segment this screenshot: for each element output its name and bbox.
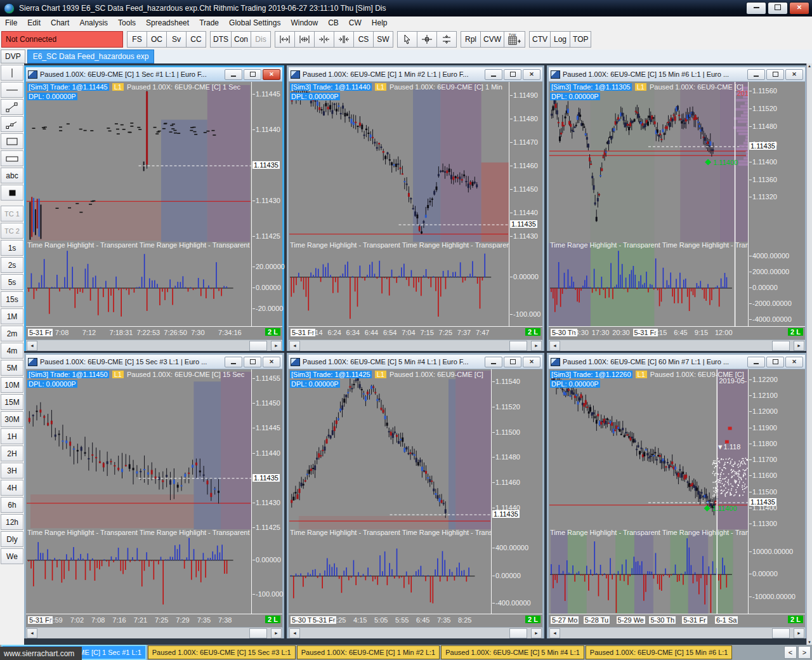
scroll-left-icon[interactable]: ◄	[289, 341, 300, 351]
horizontal-scrollbar[interactable]: ◄►	[26, 627, 282, 638]
minimize-button[interactable]	[747, 357, 765, 367]
close-button[interactable]: ✕	[523, 69, 540, 80]
crosshair-icon[interactable]	[417, 31, 437, 48]
maximize-button[interactable]	[504, 357, 521, 367]
app-maximize-button[interactable]	[768, 2, 788, 15]
chart-window-titlebar[interactable]: Paused 1.00X: 6EU9-CME [C] 1 Min #2 L:1 …	[289, 67, 542, 82]
toolbar-button-ctv[interactable]: CTV	[529, 31, 551, 48]
scroll-right-icon[interactable]: ►	[794, 341, 804, 351]
bar-squeeze-out-icon[interactable]	[334, 31, 354, 48]
timeframe-button-2m[interactable]: 2m	[1, 326, 23, 341]
price-scale[interactable]: 1.114901.114801.114701.114601.114501.114…	[509, 82, 542, 326]
chart-plot[interactable]: 2011.11400[Sim3] Trade: 1@1.11305L1Pause…	[549, 82, 748, 326]
taskbar-tab-4[interactable]: Paused 1.00X: 6EU9-CME [C] 5 Min #4 L:1	[441, 645, 584, 659]
timeframe-button-4m[interactable]: 4m	[1, 343, 23, 359]
menu-item-analysis[interactable]: Analysis	[74, 17, 113, 29]
menu-item-help[interactable]: Help	[367, 17, 393, 29]
vertical-line-tool[interactable]	[1, 65, 23, 81]
connection-status[interactable]: Not Connected	[1, 31, 123, 48]
menu-item-chart[interactable]: Chart	[46, 17, 74, 29]
timeframe-button-10m[interactable]: 10M	[1, 377, 23, 393]
dvp-button[interactable]: DVP	[1, 50, 25, 63]
menu-item-file[interactable]: File	[0, 17, 22, 29]
horizontal-line-tool[interactable]	[1, 82, 23, 98]
minimize-button[interactable]	[225, 69, 242, 80]
price-scale[interactable]: 1.114551.114501.114451.114401.114301.114…	[251, 369, 282, 614]
scroll-right-icon[interactable]: ►	[531, 341, 542, 351]
toolbar-button-cvw[interactable]: CVW	[480, 31, 504, 48]
menu-item-edit[interactable]: Edit	[22, 17, 46, 29]
text-tool[interactable]: abc	[1, 168, 23, 183]
ray-tool[interactable]	[1, 116, 23, 132]
minimize-button[interactable]	[225, 357, 242, 367]
toolbar-button-cc[interactable]: CC	[186, 31, 206, 48]
chart-window-titlebar[interactable]: Paused 1.00X: 6EU9-CME [C] 5 Min #4 L:1 …	[289, 355, 542, 369]
timeframe-button-15s[interactable]: 15s	[1, 291, 23, 307]
toolbar-button-rpl[interactable]: Rpl	[461, 31, 481, 48]
app-minimize-button[interactable]	[746, 2, 766, 15]
app-titlebar[interactable]: Sierra Chart 1939 E6_SC Data Feed_hazard…	[0, 0, 812, 16]
scroll-up-icon[interactable]: ▲	[808, 64, 811, 68]
timeframe-button-1m[interactable]: 1M	[1, 308, 23, 324]
scrollbar-thumb[interactable]	[249, 628, 267, 638]
chart-plot[interactable]: [Sim3] Trade: 1@1.11445L1Paused 1.00X: 6…	[26, 82, 251, 326]
block-tool[interactable]	[1, 185, 23, 201]
price-scale[interactable]: 1.114451.114401.114301.1142520.000000.00…	[251, 82, 282, 326]
time-axis[interactable]: 5-31 Fr7:087:127:18:317:22:537:26:507:30…	[26, 326, 282, 340]
taskbar-prev-button[interactable]: <	[784, 646, 797, 659]
toolbar-button-cs[interactable]: CS	[353, 31, 374, 48]
scroll-left-icon[interactable]: ◄	[27, 628, 37, 638]
bar-spacing-decrease-icon[interactable]	[294, 31, 315, 48]
timeframe-button-5m[interactable]: 5M	[1, 360, 23, 376]
price-scale[interactable]: 1.122001.121001.120001.119001.118001.117…	[748, 369, 805, 614]
timeframe-button-30m[interactable]: 30M	[1, 411, 23, 427]
toolbar-button-sv[interactable]: Sv	[166, 31, 187, 48]
toolbar-button-fs[interactable]: FS	[127, 31, 147, 48]
timeframe-button-1h[interactable]: 1H	[1, 428, 23, 444]
chart-window-titlebar[interactable]: Paused 1.00X: 6EU9-CME [C] 1 Sec #1 L:1 …	[26, 67, 282, 82]
scroll-right-icon[interactable]: ►	[531, 628, 542, 638]
time-axis[interactable]: 5-30 Th5-31 Fr3:254:155:055:556:457:358:…	[289, 614, 542, 627]
scroll-left-icon[interactable]: ◄	[549, 628, 560, 638]
close-button[interactable]: ✕	[785, 357, 803, 367]
toolbar-button-log[interactable]: Log	[550, 31, 570, 48]
minimize-button[interactable]	[485, 69, 502, 80]
time-axis[interactable]: 5-30 Th14:3017:3020:305-31 Fr4:156:459:1…	[549, 326, 805, 340]
timeframe-button-we[interactable]: We	[1, 548, 23, 564]
taskbar-next-button[interactable]: >	[798, 646, 811, 659]
scrollbar-thumb[interactable]	[509, 341, 527, 351]
horizontal-scrollbar[interactable]: ◄►	[289, 627, 542, 638]
menu-item-window[interactable]: Window	[285, 17, 323, 29]
horizontal-scrollbar[interactable]: ◄►	[289, 340, 542, 351]
chart-window-titlebar[interactable]: Paused 1.00X: 6EU9-CME [C] 60 Min #7 L:1…	[549, 355, 805, 369]
maximize-button[interactable]	[244, 69, 261, 80]
chart-plot[interactable]: [Sim3] Trade: 1@1.11450L1Paused 1.00X: 6…	[26, 369, 251, 614]
price-scale[interactable]: 1.115601.115201.114801.114401.114001.113…	[748, 82, 805, 326]
scroll-right-icon[interactable]: ►	[271, 628, 282, 638]
taskbar-tab-5[interactable]: Paused 1.00X: 6EU9-CME [C] 15 Min #6 L:1	[586, 645, 733, 659]
minimize-button[interactable]	[485, 357, 502, 367]
chart-window-titlebar[interactable]: Paused 1.00X: 6EU9-CME [C] 15 Sec #3 L:1…	[26, 355, 282, 369]
timeframe-button-12h[interactable]: 12h	[1, 514, 23, 530]
chart-plot[interactable]: [Sim3] Trade: 1@1.11425L1Paused 1.00X: 6…	[289, 369, 491, 614]
chart-window-titlebar[interactable]: Paused 1.00X: 6EU9-CME [C] 15 Min #6 L:1…	[549, 67, 805, 82]
time-axis[interactable]: 5-27 Mo5-28 Tu5-29 We5-30 Th5-31 Fr6-1 S…	[549, 614, 805, 627]
bar-squeeze-in-icon[interactable]	[314, 31, 334, 48]
horizontal-scrollbar[interactable]: ◄►	[549, 627, 805, 638]
timeframe-button-2h[interactable]: 2H	[1, 446, 23, 461]
scroll-left-icon[interactable]: ◄	[27, 341, 37, 351]
toolbar-button-con[interactable]: Con	[231, 31, 251, 48]
chart-plot[interactable]: [Sim3] Trade: 1@1.11440L1Paused 1.00X: 6…	[289, 82, 509, 326]
minimize-button[interactable]	[747, 69, 765, 80]
app-close-button[interactable]: ✕	[789, 2, 809, 15]
price-scale[interactable]: 1.115401.115201.115001.114801.114601.114…	[491, 369, 542, 614]
toolbar-button-top[interactable]: TOP	[570, 31, 591, 48]
scroll-left-icon[interactable]: ◄	[549, 341, 560, 351]
timeframe-button-4h[interactable]: 4H	[1, 480, 23, 496]
scrollbar-thumb[interactable]	[249, 341, 267, 351]
timeframe-button-2s[interactable]: 2s	[1, 257, 23, 273]
timeframe-button-1s[interactable]: 1s	[1, 240, 23, 256]
rectangle-tool[interactable]	[1, 133, 23, 149]
maximize-button[interactable]	[766, 357, 784, 367]
toolbar-button-dts[interactable]: DTS	[210, 31, 232, 48]
